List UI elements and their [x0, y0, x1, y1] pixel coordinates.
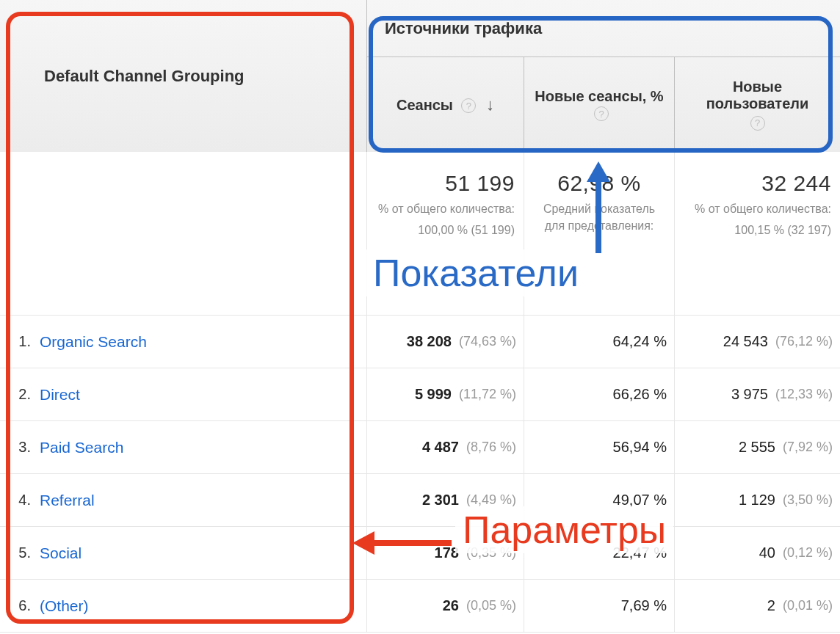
row-nsp-value: 56,94 % [613, 439, 667, 456]
row-nsp: 22,47 % [524, 527, 675, 579]
row-nu-value: 1 129 [739, 492, 775, 509]
summary-dimension-empty [0, 152, 367, 315]
row-index: 3. [0, 439, 40, 456]
summary-row: 51 199 % от общего количества: 100,00 % … [0, 152, 840, 316]
row-index: 2. [0, 386, 40, 403]
row-sessions-pct: (4,49 %) [466, 492, 516, 508]
channel-link[interactable]: Direct [40, 386, 80, 404]
row-dimension-cell: 4. Referral [0, 474, 367, 526]
row-sessions-value: 38 208 [407, 333, 452, 350]
row-nu-value: 2 555 [739, 439, 775, 456]
metrics-group-title: Источники трафика [367, 0, 840, 57]
row-nsp: 66,26 % [524, 368, 675, 420]
row-index: 5. [0, 544, 40, 561]
row-nu-pct: (7,92 %) [783, 440, 833, 455]
col-new-sessions-pct-label: Новые сеансы, % [535, 88, 663, 104]
row-nu-value: 3 975 [731, 386, 768, 403]
summary-new-users-sub2: 100,15 % (32 197) [684, 222, 831, 238]
help-icon[interactable]: ? [461, 98, 476, 113]
summary-new-users-value: 32 244 [684, 171, 831, 196]
row-dimension-cell: 5. Social [0, 527, 367, 579]
metrics-group-title-text: Источники трафика [385, 19, 542, 38]
summary-nsp-value: 62,98 % [533, 171, 665, 196]
row-sessions-value: 26 [443, 597, 459, 614]
summary-nsp-sub: Средний показатель для представления: [533, 200, 665, 234]
table-row: 1. Organic Search 38 208 (74,63 %) 64,24… [0, 316, 840, 368]
row-nu-value: 40 [759, 544, 775, 561]
row-dimension-cell: 3. Paid Search [0, 421, 367, 473]
row-nsp-value: 7,69 % [621, 597, 667, 614]
row-nu-pct: (3,50 %) [783, 492, 833, 508]
metrics-column-headers: Сеансы ? ↓ Новые сеансы, % ? Новые польз… [367, 57, 840, 152]
summary-sessions-sub2: 100,00 % (51 199) [376, 222, 515, 238]
channel-link[interactable]: (Other) [40, 597, 89, 615]
table-row: 5. Social 178 (0,35 %) 22,47 % 40 (0,12 … [0, 527, 840, 580]
row-new-users: 2 (0,01 %) [675, 580, 840, 632]
summary-sessions-value: 51 199 [376, 171, 515, 196]
help-icon[interactable]: ? [594, 106, 609, 121]
row-sessions: 26 (0,05 %) [367, 580, 524, 632]
row-nu-pct: (76,12 %) [775, 334, 833, 349]
row-nsp-value: 66,26 % [613, 386, 667, 403]
row-nu-value: 24 543 [723, 333, 768, 350]
row-nu-pct: (12,33 %) [775, 387, 833, 402]
row-nsp-value: 64,24 % [613, 333, 667, 350]
row-nu-pct: (0,01 %) [783, 598, 833, 613]
table-row: 3. Paid Search 4 487 (8,76 %) 56,94 % 2 … [0, 421, 840, 474]
row-dimension-cell: 1. Organic Search [0, 316, 367, 368]
row-sessions-pct: (8,76 %) [466, 440, 516, 455]
metrics-header-group: Источники трафика Сеансы ? ↓ Новые сеанс… [367, 0, 840, 152]
summary-sessions-sub1: % от общего количества: [376, 200, 515, 217]
row-sessions-pct: (0,35 %) [466, 545, 516, 561]
row-sessions-pct: (74,63 %) [459, 334, 516, 349]
row-nsp-value: 49,07 % [613, 492, 667, 509]
row-nsp: 64,24 % [524, 316, 675, 368]
dimension-header-label: Default Channel Grouping [44, 67, 245, 86]
row-sessions-value: 2 301 [422, 492, 459, 509]
data-rows: 1. Organic Search 38 208 (74,63 %) 64,24… [0, 316, 840, 634]
summary-sessions: 51 199 % от общего количества: 100,00 % … [367, 152, 524, 315]
summary-new-users: 32 244 % от общего количества: 100,15 % … [675, 152, 840, 315]
summary-new-sessions-pct: 62,98 % Средний показатель для представл… [524, 152, 675, 315]
row-dimension-cell: 6. (Other) [0, 580, 367, 632]
row-index: 1. [0, 333, 40, 350]
row-sessions: 2 301 (4,49 %) [367, 474, 524, 526]
channel-link[interactable]: Organic Search [40, 333, 147, 351]
col-header-new-users[interactable]: Новые пользователи ? [675, 57, 840, 152]
col-header-sessions[interactable]: Сеансы ? ↓ [367, 57, 524, 152]
row-nu-pct: (0,12 %) [783, 545, 833, 561]
row-new-users: 1 129 (3,50 %) [675, 474, 840, 526]
row-index: 4. [0, 492, 40, 509]
row-nsp: 56,94 % [524, 421, 675, 473]
col-sessions-label: Сеансы [397, 97, 453, 113]
channel-link[interactable]: Referral [40, 492, 95, 509]
col-header-new-sessions-pct[interactable]: Новые сеансы, % ? [524, 57, 675, 152]
row-new-users: 40 (0,12 %) [675, 527, 840, 579]
row-sessions: 38 208 (74,63 %) [367, 316, 524, 368]
row-sessions: 178 (0,35 %) [367, 527, 524, 579]
channel-link[interactable]: Social [40, 544, 82, 562]
row-nsp-value: 22,47 % [613, 544, 667, 561]
row-sessions-value: 4 487 [422, 439, 459, 456]
row-index: 6. [0, 597, 40, 614]
analytics-report: Default Channel Grouping Источники трафи… [0, 0, 840, 634]
col-new-users-label: Новые пользователи [706, 79, 809, 112]
row-nsp: 49,07 % [524, 474, 675, 526]
row-sessions-pct: (0,05 %) [466, 598, 516, 613]
table-row: 6. (Other) 26 (0,05 %) 7,69 % 2 (0,01 %) [0, 580, 840, 633]
table-row: 2. Direct 5 999 (11,72 %) 66,26 % 3 975 … [0, 368, 840, 421]
help-icon[interactable]: ? [750, 116, 765, 131]
row-sessions-pct: (11,72 %) [459, 387, 516, 402]
row-dimension-cell: 2. Direct [0, 368, 367, 420]
table-row: 4. Referral 2 301 (4,49 %) 49,07 % 1 129… [0, 474, 840, 527]
sort-desc-icon: ↓ [486, 95, 494, 114]
dimension-header-cell[interactable]: Default Channel Grouping [0, 0, 367, 152]
row-sessions: 4 487 (8,76 %) [367, 421, 524, 473]
summary-new-users-sub1: % от общего количества: [684, 200, 831, 217]
row-new-users: 2 555 (7,92 %) [675, 421, 840, 473]
row-sessions-value: 5 999 [415, 386, 452, 403]
row-sessions-value: 178 [435, 544, 459, 561]
channel-link[interactable]: Paid Search [40, 439, 123, 456]
row-sessions: 5 999 (11,72 %) [367, 368, 524, 420]
table-header: Default Channel Grouping Источники трафи… [0, 0, 840, 152]
